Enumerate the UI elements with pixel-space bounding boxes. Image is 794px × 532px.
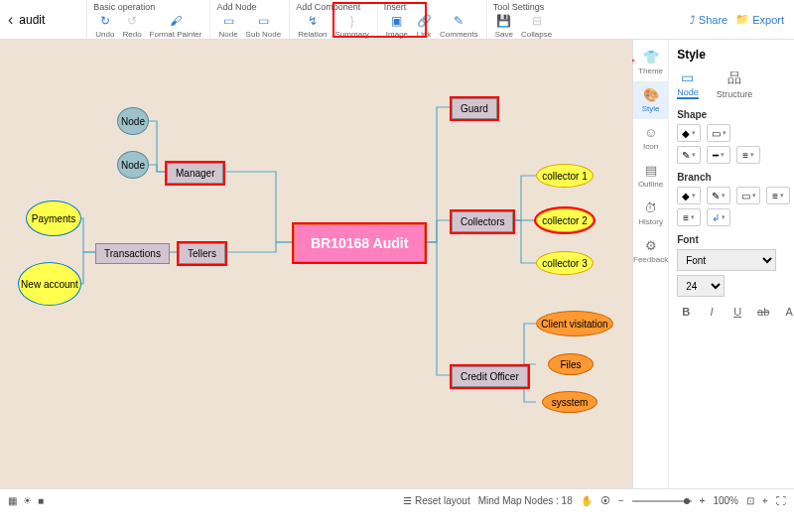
feedback-icon: ⚙	[645, 238, 657, 253]
bold-button[interactable]: B	[677, 303, 695, 321]
title-area: ‹	[0, 0, 86, 39]
canvas[interactable]: BR10168 Audit Guard Collectors collector…	[0, 40, 632, 488]
outline-icon: ▤	[645, 163, 657, 178]
font-section-label: Font	[677, 234, 794, 245]
fill-icon: ◆	[682, 128, 690, 139]
side-tab-outline[interactable]: ▤Outline	[633, 157, 668, 195]
ptab-node[interactable]: ▭Node	[677, 69, 699, 99]
branch-width-control[interactable]: ≡▾	[766, 187, 790, 204]
statusbar: ▦ ☀ ■ ☰ Reset layout Mind Map Nodes : 18…	[0, 488, 794, 512]
node-collectors[interactable]: Collectors	[452, 211, 513, 232]
redo-icon: ↺	[124, 13, 140, 29]
add-node-button[interactable]: ▭Node	[216, 13, 239, 39]
center-icon[interactable]: ⌖	[762, 495, 768, 507]
save-icon: 💾	[496, 13, 512, 29]
node-new-account[interactable]: New account	[18, 262, 81, 306]
node-payments[interactable]: Payments	[26, 200, 81, 236]
share-button[interactable]: ⤴Share	[690, 14, 728, 26]
node-tellers[interactable]: Tellers	[179, 243, 225, 264]
node-collector-1[interactable]: collector 1	[536, 164, 594, 188]
node-transactions[interactable]: Transactions	[95, 243, 170, 264]
theme-icon: 👕	[643, 50, 659, 65]
node-files[interactable]: Files	[548, 353, 594, 375]
undo-button[interactable]: ↻Undo	[93, 13, 116, 39]
node-manager[interactable]: Manager	[167, 163, 223, 184]
branch-line-control[interactable]: ✎▾	[707, 187, 730, 204]
zoom-out-button[interactable]: −	[618, 495, 624, 506]
save-button[interactable]: 💾Save	[493, 13, 515, 39]
format-painter-icon: 🖌	[168, 13, 184, 29]
node-count: Mind Map Nodes : 18	[478, 495, 573, 506]
side-tab-style[interactable]: 🎨Style	[633, 81, 668, 119]
group-add-node-label: Add Node	[216, 2, 283, 12]
hand-tool-icon[interactable]: ✋	[581, 495, 593, 506]
cursor-tool-icon[interactable]: ⦿	[600, 495, 610, 506]
fit-icon[interactable]: ⊡	[746, 495, 754, 506]
summary-icon: }	[344, 13, 360, 29]
border-icon: ▭	[712, 128, 721, 139]
insert-link-button[interactable]: 🔗Link	[414, 13, 434, 39]
shape-line-style-control[interactable]: ━▾	[707, 146, 730, 164]
redo-button[interactable]: ↺Redo	[120, 13, 143, 39]
node-guard[interactable]: Guard	[452, 98, 497, 119]
export-button[interactable]: 📁Export	[735, 13, 784, 26]
shape-border-control[interactable]: ▭▾	[707, 124, 730, 142]
side-tabs: 👕Theme 🎨Style ☺Icon ▤Outline ⏱History ⚙F…	[633, 40, 669, 488]
node-sysstem[interactable]: sysstem	[542, 391, 597, 413]
side-tab-history[interactable]: ⏱History	[633, 195, 668, 232]
node-collector-2[interactable]: collector 2	[536, 208, 594, 232]
node-credit-officer[interactable]: Credit Officer	[452, 366, 528, 387]
relation-button[interactable]: ↯Relation	[296, 13, 329, 39]
add-subnode-button[interactable]: ▭Sub Node	[244, 13, 284, 39]
pen-icon: ✎	[712, 191, 720, 201]
format-painter-button[interactable]: 🖌Format Painter	[148, 13, 204, 39]
main: BR10168 Audit Guard Collectors collector…	[0, 40, 794, 488]
dark-mode-icon[interactable]: ■	[38, 495, 44, 506]
zoom-slider[interactable]	[632, 500, 692, 502]
strike-button[interactable]: ab	[754, 303, 772, 321]
branch-style2-control[interactable]: ≡▾	[677, 208, 701, 226]
icon-icon: ☺	[644, 125, 657, 140]
group-add-node: Add Node ▭Node ▭Sub Node	[209, 0, 289, 39]
ptab-structure[interactable]: 品Structure	[717, 69, 753, 99]
insert-comments-button[interactable]: ✎Comments	[438, 13, 480, 39]
node-icon: ▭	[220, 13, 236, 29]
document-title-input[interactable]	[19, 13, 78, 27]
dash-icon: ≡	[683, 212, 689, 223]
structure-tab-icon: 品	[728, 69, 741, 87]
side-tab-icon[interactable]: ☺Icon	[633, 119, 668, 157]
branch-arrow-control[interactable]: ↲▾	[707, 208, 730, 226]
node-manager-child-2[interactable]: Node	[117, 151, 149, 179]
insert-image-button[interactable]: ▣Image	[384, 13, 410, 39]
underline-button[interactable]: U	[728, 303, 746, 321]
shape-line-color-control[interactable]: ✎▾	[677, 146, 701, 164]
font-color-button[interactable]: A	[780, 303, 794, 321]
fullscreen-icon[interactable]: ⛶	[776, 495, 786, 506]
group-insert: Insert ▣Image 🔗Link ✎Comments	[377, 0, 486, 39]
subnode-icon: ▭	[255, 13, 271, 29]
topbar-right: ⤴Share 📁Export	[690, 0, 794, 39]
font-size-select[interactable]: 24	[677, 275, 725, 297]
node-root[interactable]: BR10168 Audit	[294, 224, 425, 262]
collapse-button[interactable]: ⊟Collapse	[519, 13, 554, 39]
shape-fill-control[interactable]: ◆▾	[677, 124, 701, 142]
shape-line-dash-control[interactable]: ≡▾	[736, 146, 760, 164]
presentation-icon[interactable]: ☀	[23, 495, 32, 506]
font-family-select[interactable]: Font	[677, 249, 776, 271]
reset-layout-button[interactable]: ☰ Reset layout	[403, 495, 469, 506]
zoom-in-button[interactable]: +	[700, 495, 706, 506]
back-arrow-icon[interactable]: ‹	[8, 11, 13, 29]
node-collector-3[interactable]: collector 3	[536, 251, 594, 275]
side-tab-feedback[interactable]: ⚙Feedback	[633, 232, 668, 270]
italic-button[interactable]: I	[703, 303, 721, 321]
node-client-visitation[interactable]: Client visitation	[536, 311, 613, 336]
branch-shape-control[interactable]: ▭▾	[736, 187, 760, 204]
line-icon: ━	[713, 150, 719, 161]
branch-fill-control[interactable]: ◆▾	[677, 187, 701, 204]
comment-icon: ✎	[451, 13, 466, 29]
side-tab-theme[interactable]: 👕Theme	[633, 44, 668, 81]
summary-button[interactable]: }Summary	[333, 13, 371, 39]
node-manager-child-1[interactable]: Node	[117, 107, 149, 135]
style-icon: 🎨	[643, 87, 659, 102]
view-mode-icon[interactable]: ▦	[8, 495, 17, 506]
